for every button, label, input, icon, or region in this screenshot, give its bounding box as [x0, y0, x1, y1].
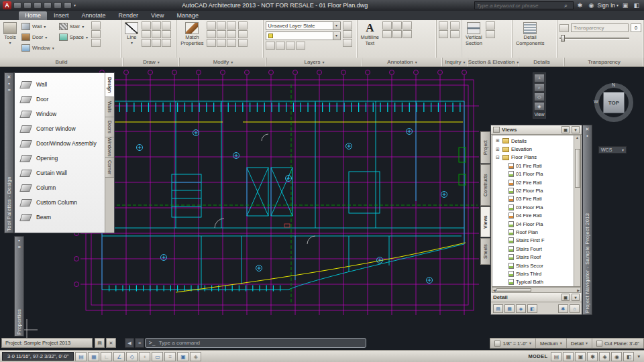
orbit-button[interactable]: ◇ — [534, 93, 545, 101]
app-menu-icon[interactable]: A — [3, 1, 11, 9]
palette-tab-corner[interactable]: Corner — [105, 158, 114, 178]
horizontal-section-button[interactable] — [486, 21, 495, 29]
stretch-button[interactable] — [238, 30, 248, 38]
tree-vertical-scrollbar[interactable]: ▲ — [574, 135, 580, 286]
tree-horizontal-scrollbar[interactable]: ◀ ▶ — [492, 287, 581, 293]
new-view-button[interactable]: ▤ — [493, 304, 503, 313]
layer-off-button[interactable] — [286, 42, 295, 50]
fillet-button[interactable] — [227, 30, 236, 38]
space-button[interactable]: Space▾ — [58, 32, 89, 42]
palette-item-curtain-wall[interactable]: Curtain Wall — [15, 166, 105, 180]
palette-item-corner-window[interactable]: Corner Window — [15, 121, 105, 136]
tools-button[interactable]: Tools ▾ — [2, 21, 18, 46]
tab-home[interactable]: Home — [19, 11, 47, 20]
lineweight-toggle[interactable]: ≡ — [164, 352, 176, 361]
tab-view[interactable]: View — [145, 11, 170, 20]
mirror-button[interactable] — [207, 30, 216, 38]
tree-item[interactable]: Stairs First F — [492, 237, 574, 245]
ceiling-grid-button[interactable] — [91, 30, 101, 38]
properties-pin-icon[interactable]: ▪ — [18, 238, 19, 243]
tree-folder-floor-plans[interactable]: ⊟Floor Plans — [492, 154, 574, 162]
layer-dropdown[interactable]: ▾ — [266, 32, 341, 40]
scroll-right-icon[interactable]: ▶ — [577, 288, 580, 292]
detail-components-button[interactable]: Detail Components — [515, 21, 546, 48]
footer-inquiry[interactable]: Inquiry▾ — [443, 58, 468, 66]
recent-commands-icon[interactable]: ◀ — [125, 338, 134, 348]
detail-level-dropdown[interactable]: Detail▾ — [567, 339, 592, 348]
layer-caret-icon[interactable]: ▾ — [333, 32, 340, 40]
model-space-label[interactable]: MODEL — [526, 353, 549, 359]
elevation-button[interactable] — [486, 30, 495, 38]
autohide-pin-icon[interactable]: ▪ — [586, 133, 588, 138]
ellipse-button[interactable] — [142, 39, 151, 47]
snap-toggle[interactable]: ▤ — [75, 352, 87, 361]
steering-wheel-button[interactable]: ◈ — [534, 102, 545, 111]
scroll-thumb[interactable] — [496, 288, 531, 292]
annotation-scale-dropdown[interactable]: 1/8" = 1'-0"▾ — [490, 339, 536, 348]
window-button[interactable]: Window▾ — [20, 43, 56, 53]
detail-header[interactable]: Detail ▣ ▾ — [491, 293, 582, 302]
exchange-apps-icon[interactable]: ✱ — [576, 2, 585, 9]
navigator-tab-views[interactable]: Views — [480, 206, 490, 237]
tag-button[interactable] — [402, 30, 412, 38]
list-button[interactable] — [450, 30, 460, 38]
tree-item[interactable]: 04 Fire Rati — [492, 212, 574, 220]
pan-button[interactable]: + — [534, 74, 545, 82]
ortho-toggle[interactable]: ∟ — [101, 352, 112, 361]
selection-cycling-toggle[interactable]: ◈ — [190, 352, 201, 361]
undo-icon[interactable] — [54, 2, 62, 9]
polyline-button[interactable] — [142, 21, 151, 29]
palette-tab-design[interactable]: Design — [105, 73, 114, 97]
navigator-tab-constructs[interactable]: Constructs — [480, 164, 490, 206]
footer-build[interactable]: Build — [0, 58, 123, 66]
tree-folder-elevation[interactable]: ⊞Elevation — [492, 145, 574, 153]
tree-item[interactable]: Stairs Secor — [492, 261, 574, 269]
tree-item[interactable]: Stairs Third — [492, 269, 574, 278]
detail-expand-icon[interactable]: ▣ — [561, 294, 570, 301]
line-button[interactable]: Line ▾ — [123, 21, 140, 46]
transparency-slider[interactable] — [559, 35, 629, 42]
quick-view-layouts-button[interactable]: ▦ — [563, 352, 574, 361]
tree-item[interactable]: 02 Fire Rati — [492, 178, 574, 186]
search-input[interactable] — [477, 3, 560, 9]
footer-modify[interactable]: Modify▾ — [180, 58, 267, 66]
quick-select-button[interactable] — [450, 21, 460, 29]
palette-item-opening[interactable]: Opening — [15, 151, 105, 166]
viewcube-north-label[interactable]: N — [612, 82, 615, 87]
palette-item-beam[interactable]: Beam — [15, 210, 105, 225]
rotate-button[interactable] — [227, 21, 236, 29]
close-icon[interactable]: ✕ — [586, 127, 590, 131]
cut-plane-button[interactable]: Cut Plane: 3'-6" — [592, 339, 643, 348]
tool-palette-titlebar[interactable]: ✕ ▪ ≡ Tool Palettes - Design — [4, 72, 14, 233]
display-config-dropdown[interactable]: Medium▾ — [536, 339, 567, 348]
hatch-button[interactable] — [152, 30, 161, 38]
trim-button[interactable] — [217, 30, 226, 38]
footer-section-elevation[interactable]: Section & Elevation▾ — [468, 58, 519, 66]
tree-item[interactable]: Stairs Fourt — [492, 245, 574, 253]
layer-state-caret-icon[interactable]: ▾ — [333, 22, 340, 29]
footer-draw[interactable]: Draw▾ — [123, 58, 180, 66]
match-properties-button[interactable]: Match Properties — [179, 21, 205, 48]
id-point-button[interactable] — [439, 30, 448, 38]
tree-item[interactable]: 03 Fire Rati — [492, 195, 574, 203]
palette-menu-icon[interactable]: ≡ — [7, 88, 10, 93]
palette-tab-walls[interactable]: Walls — [105, 97, 114, 117]
tab-insert[interactable]: Insert — [48, 11, 75, 20]
osnap-toggle[interactable]: ◇ — [126, 352, 138, 361]
tree-item[interactable]: Typical Bath — [492, 278, 574, 286]
region-button[interactable] — [162, 39, 171, 47]
measure-button[interactable] — [439, 21, 448, 29]
tree-folder-details[interactable]: ⊞Details — [492, 137, 574, 145]
vertical-section-button[interactable]: Vertical Section — [464, 21, 484, 48]
move-button[interactable] — [207, 21, 216, 29]
toolbar-lock-icon[interactable]: ◉ — [611, 352, 622, 361]
rectangle-button[interactable] — [142, 30, 151, 38]
leader-button[interactable] — [392, 21, 402, 29]
scroll-thumb[interactable] — [575, 149, 580, 188]
circle-button[interactable] — [152, 21, 161, 29]
grid-toggle[interactable]: ▦ — [88, 352, 99, 361]
tree-item[interactable]: Roof Plan — [492, 228, 574, 236]
palette-tab-doors[interactable]: Doors — [105, 117, 114, 137]
multiline-text-button[interactable]: A Multiline Text — [360, 21, 381, 48]
publish-button[interactable]: ⌂ — [570, 304, 580, 313]
